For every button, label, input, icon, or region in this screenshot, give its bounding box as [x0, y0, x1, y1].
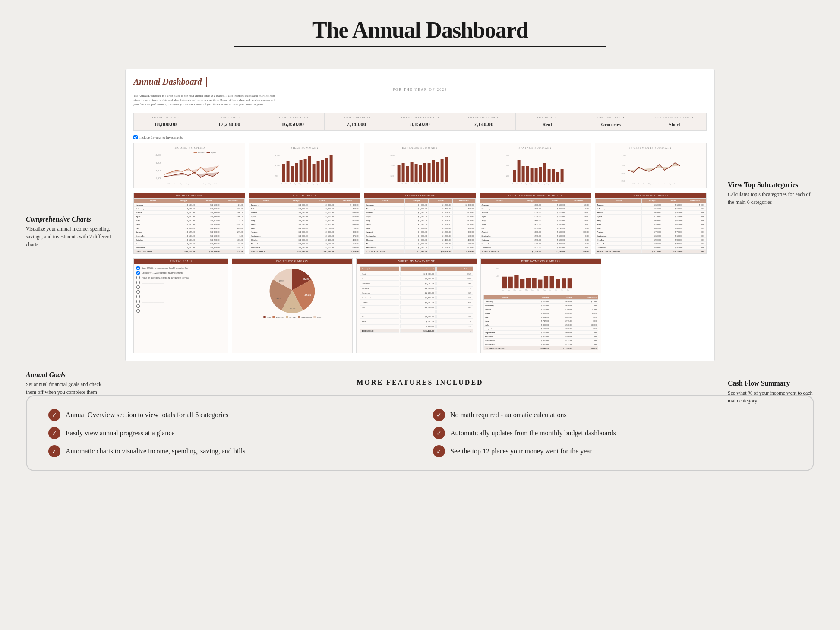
goal-checkbox-2[interactable]	[136, 271, 140, 275]
table-row-total: TOTAL DEBT PAID$ 7,540.00$ 7,140.00400.0…	[484, 346, 598, 350]
table-row: January$ 1,000.00$ 1,300.00$ -300.00	[365, 203, 475, 207]
table-row: December$ 1,000.00$ 1,700.00-700.00	[365, 246, 475, 250]
goal-text-8: ___________________	[142, 300, 164, 303]
svg-text:May: May	[529, 183, 532, 185]
table-row: December$ 1,500.00$ 1,840.00-340.00	[134, 246, 245, 250]
goal-item-10[interactable]: ___________________	[136, 309, 225, 313]
svg-text:Apr: Apr	[525, 183, 527, 185]
goal-item-4[interactable]: ___________________	[136, 281, 225, 284]
table-row: September$ 650.00$ 600.000.00	[595, 234, 706, 238]
table-row: September$ 1,000.00$ 1,500.00-375.00	[249, 234, 360, 238]
checkbox-row[interactable]: Include Savings & Investments	[133, 135, 707, 139]
tables-grid: INCOME SUMMARY Month Budget Actual Diffe…	[133, 193, 707, 254]
feature-text-2: Easily view annual progress at a glance	[66, 429, 174, 437]
svg-text:Nov: Nov	[325, 183, 327, 185]
goal-item-5[interactable]: ___________________	[136, 285, 225, 289]
goal-checkbox-6[interactable]	[136, 290, 140, 294]
svg-rect-82	[534, 168, 537, 182]
svg-text:Jun: Jun	[534, 183, 536, 185]
goal-item-3[interactable]: Focus on intentional spending throughout…	[136, 276, 225, 279]
goal-checkbox-3[interactable]	[136, 276, 140, 279]
table-row: November$ 750.00$ 750.000.00	[595, 242, 706, 246]
table-row-total: TOTAL EXPENSES$ 12,000.00$ 16,850.00-4,8…	[365, 250, 475, 253]
features-title: MORE FEATURES INCLUDED	[26, 379, 814, 386]
table-row: April$ 750.00$ 750.000.00	[595, 215, 706, 218]
table-row: Short$ 500.001%	[360, 320, 473, 323]
legend-bills: Bills	[263, 316, 271, 318]
feature-text-3: Automatic charts to visualize income, sp…	[66, 447, 245, 455]
table-row: March$ 750.00$ 700.0050.00	[484, 307, 598, 311]
table-row-total: TOTAL INVESTMENTS$ 8,150.00$ 8,150.000.0…	[595, 250, 706, 253]
goal-checkbox-1[interactable]	[136, 266, 140, 270]
bills-summary-chart: BILLS SUMMARY 2,000 1,000 500	[249, 143, 360, 188]
goal-item-7[interactable]: ___________________	[136, 295, 225, 298]
goal-checkbox-9[interactable]	[136, 304, 140, 308]
goal-item-1[interactable]: Save $500 in my emergency fund for a rai…	[136, 266, 225, 270]
svg-text:Apr: Apr	[410, 183, 412, 185]
table-row: April$ 1,000.00$ 1,500.00-500.00	[365, 215, 475, 218]
svg-text:Apr: Apr	[294, 183, 297, 185]
svg-text:Jun: Jun	[531, 290, 534, 291]
total-savings: TOTAL SAVINGS 7,140.00	[325, 113, 388, 130]
goal-checkbox-5[interactable]	[136, 285, 140, 289]
totals-row: TOTAL INCOME 18,800.00 TOTAL BILLS 17,23…	[133, 113, 707, 131]
debt-summary-title: DEBT PAYMENTS SUMMARY	[481, 259, 601, 264]
svg-rect-84	[543, 163, 546, 182]
svg-text:800: 800	[496, 268, 499, 270]
legend-debt-label: Debt	[317, 316, 321, 318]
svg-rect-131	[550, 276, 554, 288]
debt-summary-box: DEBT PAYMENTS SUMMARY 800 400	[480, 258, 601, 353]
svg-text:Sep: Sep	[669, 183, 671, 185]
svg-rect-132	[556, 279, 560, 288]
total-bills: TOTAL BILLS 17,230.00	[197, 113, 261, 130]
goal-item-8[interactable]: ___________________	[136, 300, 225, 303]
svg-text:Jun: Jun	[303, 183, 305, 185]
goal-item-6[interactable]: ___________________	[136, 290, 225, 294]
goal-checkbox-7[interactable]	[136, 295, 140, 298]
bills-table-header: MonthBudgetActualDifference	[249, 199, 360, 203]
table-row: December$ 1,000.00$ 1,700.00-700.00	[249, 246, 360, 250]
svg-text:Aug: Aug	[427, 183, 429, 185]
goal-item-2[interactable]: Open new IRA account for my investments	[136, 271, 225, 275]
svg-text:1,500: 1,500	[391, 164, 396, 167]
svg-rect-23	[282, 164, 285, 182]
top-savings-fund: TOP SAVINGS FUND ▼ Short	[643, 113, 706, 130]
annotation-goals-text: Set annual financial goals and check the…	[26, 380, 112, 396]
dashboard-header: Annual Dashboard FOR THE YEAR OF 2023 Th…	[133, 77, 707, 107]
svg-text:May: May	[414, 183, 417, 185]
savings-checkbox[interactable]	[133, 135, 138, 139]
legend-expenses-dot	[272, 316, 275, 318]
total-bills-label: TOTAL BILLS	[202, 116, 256, 119]
svg-rect-16	[194, 152, 197, 153]
table-row: October$ 1,000.00$ 1,400.00-400.00	[365, 238, 475, 242]
table-row: August$ 800.00$ 500.00300.00	[480, 230, 591, 234]
goals-box: ANNUAL GOALS Save $500 in my emergency f…	[133, 258, 228, 353]
table-row: November$ 1,500.00$ 1,475.0025.00	[134, 242, 245, 246]
goal-checkbox-10[interactable]	[136, 309, 140, 313]
svg-text:Jul: Jul	[537, 290, 539, 291]
pie-chart-svg: 35.5% 30.5% 15.5% 14.6% 19.9%	[268, 266, 316, 314]
svg-text:19.9%: 19.9%	[279, 280, 284, 282]
svg-text:2,000: 2,000	[275, 154, 281, 157]
svg-rect-83	[539, 167, 542, 182]
income-th-diff: Difference	[221, 199, 245, 203]
expenses-table-title: EXPENSES SUMMARY	[364, 193, 475, 198]
savings-summary-title: SAVINGS SUMMARY	[483, 146, 588, 149]
table-row: November$ 400.00$ 400.000.00	[480, 242, 591, 246]
svg-rect-88	[560, 169, 563, 182]
goal-item-9[interactable]: ___________________	[136, 304, 225, 308]
table-row: March$ 1,000.00$ 1,200.00-200.00	[365, 211, 475, 215]
table-row: March$ 1,500.00$ 1,800.00300.00	[134, 211, 245, 215]
svg-text:Jul: Jul	[307, 183, 309, 185]
annotation-comprehensive: Comprehensive Charts Visualize your annu…	[26, 215, 112, 248]
svg-rect-79	[521, 166, 524, 182]
goal-checkbox-4[interactable]	[136, 281, 140, 284]
where-money-box: WHERE MY MONEY WENT Description Amount %…	[356, 258, 477, 353]
goal-checkbox-8[interactable]	[136, 300, 140, 303]
total-income-value: 18,800.00	[154, 121, 177, 127]
total-debt-label: TOTAL DEBT PAID	[456, 116, 511, 119]
svg-text:Jan: Jan	[163, 183, 165, 185]
annotation-cashflow: Cash Flow Summary See what % of your inc…	[728, 380, 831, 405]
investments-table: MonthBudgetActualDifference January$ 600…	[595, 198, 706, 253]
svg-text:Spend: Spend	[211, 152, 217, 154]
